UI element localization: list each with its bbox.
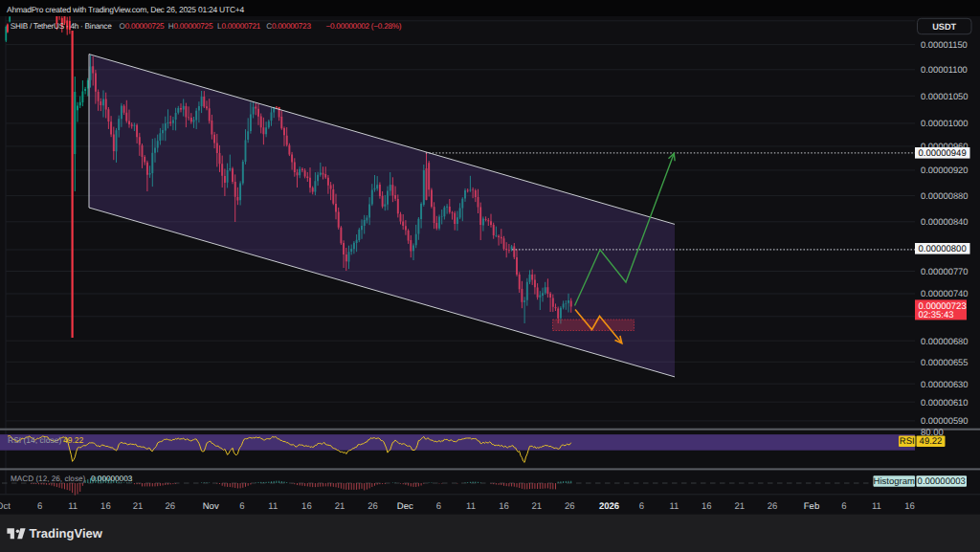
svg-text:26: 26 [565,501,575,512]
svg-text:RSI (14, close): RSI (14, close) [8,435,61,445]
svg-text:Oct: Oct [0,501,11,512]
svg-text:Nov: Nov [203,501,219,512]
svg-text:0.00000610: 0.00000610 [921,397,969,408]
svg-text:16: 16 [301,501,312,512]
svg-text:6: 6 [436,501,441,512]
svg-text:26: 26 [165,501,175,512]
svg-text:0.00001100: 0.00001100 [921,64,968,75]
svg-text:RSI: RSI [900,436,915,447]
svg-text:6: 6 [37,501,42,512]
svg-text:H0.00000725: H0.00000725 [168,22,213,31]
svg-text:MACD (12, 26, close): MACD (12, 26, close) [11,475,86,483]
svg-text:21: 21 [734,501,745,512]
svg-text:0.00000655: 0.00000655 [921,357,969,367]
svg-text:SHIB / TetherUS · 4h · Binance: SHIB / TetherUS · 4h · Binance [11,22,112,31]
svg-text:AhmadPro created with TradingV: AhmadPro created with TradingView.com, D… [7,5,244,14]
svg-text:21: 21 [531,501,542,512]
svg-text:02:35:43: 02:35:43 [919,310,954,320]
svg-text:21: 21 [335,501,345,512]
svg-text:16: 16 [904,501,915,512]
svg-text:TradingView: TradingView [30,526,103,541]
svg-text:0.00000920: 0.00000920 [921,165,969,175]
svg-text:0.00000770: 0.00000770 [921,266,969,276]
svg-text:6: 6 [841,501,846,512]
svg-text:O0.00000725: O0.00000725 [120,22,166,31]
svg-text:16: 16 [100,501,111,512]
svg-text:0.00000740: 0.00000740 [921,288,969,298]
svg-text:0.00000840: 0.00000840 [921,216,969,227]
svg-text:L0.00000721: L0.00000721 [217,22,261,31]
svg-text:26: 26 [368,501,378,512]
svg-text:6: 6 [239,501,244,512]
svg-text:0.00000003: 0.00000003 [91,475,133,483]
svg-text:0.00000630: 0.00000630 [921,379,969,389]
svg-text:26: 26 [768,501,778,512]
svg-text:C0.00000723: C0.00000723 [266,22,311,31]
svg-text:11: 11 [669,501,679,512]
svg-text:49.22: 49.22 [920,436,943,447]
svg-text:0.00000680: 0.00000680 [921,336,969,346]
svg-text:6: 6 [639,501,644,512]
svg-text:Dec: Dec [397,501,413,512]
svg-text:0.00001150: 0.00001150 [921,39,968,50]
svg-text:0.00000003: 0.00000003 [918,476,966,487]
svg-text:2026: 2026 [599,501,619,512]
svg-text:16: 16 [702,501,712,512]
svg-text:Histogram: Histogram [874,476,915,487]
svg-text:16: 16 [499,501,509,512]
svg-text:11: 11 [268,501,278,512]
svg-text:0.00001000: 0.00001000 [921,118,969,128]
svg-text:0.00001050: 0.00001050 [921,91,969,101]
svg-text:USDT: USDT [932,22,956,32]
svg-text:0.00000590: 0.00000590 [921,415,969,426]
svg-text:21: 21 [133,501,144,512]
svg-text:−0.00000002 (−0.28%): −0.00000002 (−0.28%) [326,22,402,31]
svg-text:Feb: Feb [804,501,819,512]
svg-text:11: 11 [466,501,476,512]
svg-text:49.22: 49.22 [63,435,84,445]
svg-text:11: 11 [68,501,78,512]
svg-text:0.00000880: 0.00000880 [921,190,969,201]
svg-text:0.00000949: 0.00000949 [919,148,967,159]
svg-text:0.00000800: 0.00000800 [919,244,967,254]
svg-text:11: 11 [872,501,881,512]
